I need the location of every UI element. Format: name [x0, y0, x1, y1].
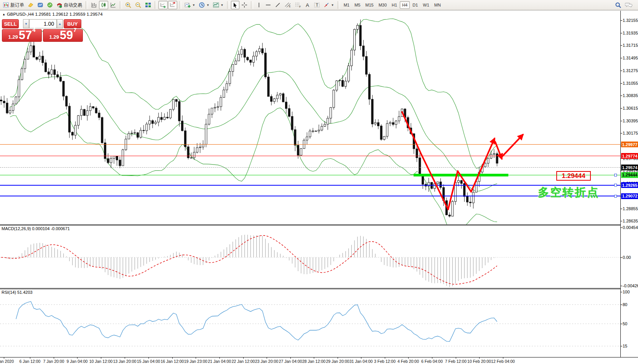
dropdown-caret-icon: ▼ — [206, 3, 209, 7]
equidistant-channel-tool[interactable]: E — [283, 1, 293, 9]
price-tick-label: 1.30615 — [623, 106, 638, 110]
date-label: 31 Jan 04:00 — [349, 359, 373, 364]
date-label: 7 Jan 20:00 — [43, 359, 64, 364]
buy-button[interactable]: BUY — [64, 19, 81, 28]
date-label: 19 Jan 23:00 — [184, 359, 208, 364]
auto-scroll-button[interactable] — [158, 1, 168, 9]
turning-point-annotation[interactable]: 多空转折点 — [538, 185, 599, 200]
main-chart-panel[interactable]: ▲ GBPUSD-,H4 1.29581 1.29612 1.29559 1.2… — [0, 11, 620, 224]
timeframe-button-d1[interactable]: D1 — [410, 1, 420, 9]
templates-button[interactable]: ▼ — [211, 1, 225, 9]
price-tick-label: 1.31055 — [623, 81, 638, 86]
price-line-tag[interactable]: 1.29774 — [621, 153, 638, 159]
chart-shift-button[interactable] — [168, 1, 177, 9]
trendline-tool[interactable] — [273, 1, 282, 9]
zoom-in-button[interactable] — [124, 1, 133, 9]
date-tick — [408, 357, 409, 359]
rsi-panel[interactable]: RSI(14) 51.4203 — [0, 289, 620, 357]
axis-tick — [621, 121, 622, 121]
trend-arrow-annotations[interactable] — [0, 11, 620, 224]
panel-separator[interactable] — [0, 224, 638, 226]
search-button[interactable] — [613, 1, 623, 9]
candlestick-chart-icon — [101, 2, 107, 8]
text-label-tool[interactable]: T — [312, 1, 321, 9]
price-line-tag[interactable]: 1.29977 — [621, 142, 638, 147]
tile-windows-button[interactable] — [143, 1, 153, 9]
toolbar-separator — [227, 1, 229, 9]
date-tick — [148, 357, 149, 359]
date-tick — [196, 357, 196, 359]
macd-label: MACD(12,26,9) 0.000104 -0.000671 — [2, 226, 70, 231]
panel-separator[interactable] — [0, 288, 638, 289]
ohlc-text: GBPUSD-,H4 1.29581 1.29612 1.29559 1.295… — [7, 12, 102, 16]
chat-button[interactable] — [623, 1, 634, 9]
volume-increase-button[interactable]: ▲ — [57, 19, 63, 28]
timeframe-button-m15[interactable]: M15 — [363, 1, 376, 9]
price-line-tag[interactable]: 1.29574 — [621, 165, 638, 170]
sell-price-button[interactable]: 1.29 57 4 — [2, 29, 42, 42]
sell-button[interactable]: SELL — [2, 19, 19, 28]
text-tool[interactable]: A — [303, 1, 312, 9]
date-axis[interactable]: 3 Jan 20206 Jan 12:007 Jan 20:009 Jan 04… — [0, 357, 620, 364]
arrows-tool[interactable]: ▼ — [322, 1, 336, 9]
axis-tick — [621, 71, 622, 71]
price-tick-label: 1.31935 — [623, 31, 638, 35]
timeframe-group: M1M5M15M30H1H4D1W1MN — [341, 1, 443, 9]
crosshair-button[interactable] — [240, 1, 249, 9]
rsi-chart[interactable] — [0, 289, 620, 357]
periods-button[interactable]: ▼ — [197, 1, 211, 9]
new-order-label: 新订单 — [10, 2, 24, 8]
zoom-out-icon — [135, 2, 142, 8]
price-scale[interactable]: 1.321551.319351.317151.314951.312751.310… — [620, 11, 638, 357]
price-callout-box[interactable]: 1.29444 — [556, 171, 591, 181]
macd-panel[interactable]: MACD(12,26,9) 0.000104 -0.000671 — [0, 226, 620, 288]
macd-axis-label: -0.004262 — [623, 283, 638, 288]
date-tick — [172, 357, 173, 359]
signals-button[interactable] — [45, 1, 54, 9]
axis-tick — [621, 292, 622, 292]
zoom-out-button[interactable] — [134, 1, 143, 9]
collapse-icon[interactable]: ▲ — [2, 13, 5, 16]
rsi-label: RSI(14) 51.4203 — [2, 290, 33, 295]
buy-price-button[interactable]: 1.29 59 7 — [43, 29, 83, 42]
market-watch-button[interactable] — [36, 1, 45, 9]
timeframe-button-w1[interactable]: W1 — [420, 1, 432, 9]
ohlc-header[interactable]: ▲ GBPUSD-,H4 1.29581 1.29612 1.29559 1.2… — [2, 12, 102, 16]
horizontal-line-tool[interactable] — [264, 1, 273, 9]
timeframe-button-mn[interactable]: MN — [432, 1, 443, 9]
volume-decrease-button[interactable]: ▼ — [23, 19, 29, 28]
fibonacci-icon: F — [295, 2, 302, 8]
price-line-tag[interactable]: 1.29072 — [621, 193, 638, 199]
timeframe-button-h4[interactable]: H4 — [400, 1, 410, 9]
date-label: 16 Jan 12:00 — [161, 359, 184, 364]
metaeditor-button[interactable] — [26, 1, 35, 9]
bar-chart-button[interactable] — [89, 1, 99, 9]
market-watch-icon — [37, 2, 43, 8]
sell-price-small: 1.29 — [8, 33, 18, 41]
line-chart-button[interactable] — [109, 1, 118, 9]
toolbar-separator — [179, 1, 181, 9]
timeframe-button-h1[interactable]: H1 — [389, 1, 399, 9]
axis-tick — [621, 346, 622, 346]
fibonacci-tool[interactable]: F — [293, 1, 303, 9]
timeframe-button-m5[interactable]: M5 — [352, 1, 363, 9]
bar-chart-icon — [91, 2, 97, 8]
date-label: 10 Jan 12:00 — [89, 359, 113, 364]
candlestick-chart-button[interactable] — [99, 1, 108, 9]
cursor-button[interactable] — [231, 1, 239, 9]
vertical-line-tool[interactable] — [255, 1, 263, 9]
macd-chart[interactable] — [0, 226, 620, 288]
date-label: 15 Jan 04:00 — [137, 359, 160, 364]
price-line-tag[interactable]: 1.29265 — [621, 182, 638, 188]
indicators-button[interactable]: ▼ — [183, 1, 197, 9]
date-tick — [30, 357, 30, 359]
axis-tick — [621, 83, 622, 84]
price-line-tag[interactable]: 1.29444 — [621, 172, 638, 178]
macd-axis-label: 0.00 — [623, 255, 631, 260]
new-order-button[interactable]: 新订单 — [2, 1, 26, 9]
timeframe-button-m30[interactable]: M30 — [376, 1, 389, 9]
date-label: 27 Jan 04:00 — [279, 359, 302, 364]
price-tick-label: 1.30835 — [623, 93, 638, 98]
timeframe-button-m1[interactable]: M1 — [341, 1, 352, 9]
auto-trading-button[interactable]: 自动交易 — [55, 1, 84, 9]
